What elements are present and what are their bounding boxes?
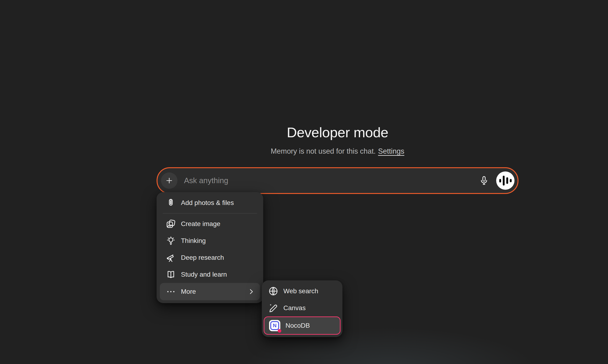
lightbulb-icon	[166, 236, 176, 246]
menu-item-study-and-learn[interactable]: Study and learn	[160, 266, 260, 283]
menu-item-add-photos-files[interactable]: Add photos & files	[160, 195, 260, 211]
dictate-button[interactable]	[477, 174, 491, 188]
telescope-icon	[166, 253, 176, 263]
nocodb-letter: N	[270, 321, 279, 330]
menu-divider	[163, 213, 257, 214]
menu-item-more[interactable]: More	[160, 283, 260, 300]
menu-item-label: Create image	[181, 220, 220, 228]
composer	[157, 167, 518, 194]
voice-wave-bar	[510, 179, 512, 182]
more-submenu: Web search Canvas N NocoDB	[262, 280, 342, 337]
page-title: Developer mode	[157, 125, 518, 140]
voice-wave-bar	[499, 179, 501, 182]
menu-item-label: Deep research	[181, 254, 224, 261]
settings-link[interactable]: Settings	[378, 147, 404, 155]
menu-item-label: More	[181, 288, 196, 295]
submenu-item-nocodb[interactable]: N NocoDB	[264, 316, 340, 335]
image-icon	[166, 219, 176, 229]
nocodb-logo-icon: N	[269, 320, 280, 331]
pencil-sparkle-icon	[268, 303, 278, 313]
nocodb-notification-dot	[278, 329, 281, 333]
microphone-icon	[479, 175, 489, 186]
memory-notice: Memory is not used for this chat.Setting…	[157, 147, 518, 156]
paperclip-icon	[166, 198, 176, 208]
book-open-icon	[166, 270, 176, 279]
voice-wave-bar	[503, 176, 505, 185]
hero-section: Developer mode Memory is not used for th…	[157, 125, 518, 156]
tools-menu: Add photos & files Create image Thinking	[157, 192, 263, 303]
menu-item-label: Study and learn	[181, 271, 227, 278]
memory-notice-text: Memory is not used for this chat.	[271, 147, 376, 155]
chevron-right-icon	[247, 288, 255, 296]
submenu-item-label: Web search	[283, 287, 318, 295]
menu-item-thinking[interactable]: Thinking	[160, 232, 260, 249]
globe-icon	[268, 286, 278, 296]
plus-icon	[165, 176, 174, 185]
submenu-item-label: NocoDB	[285, 322, 310, 329]
submenu-item-canvas[interactable]: Canvas	[264, 299, 340, 316]
submenu-item-label: Canvas	[283, 304, 306, 312]
menu-item-label: Thinking	[181, 237, 206, 245]
ellipsis-icon	[166, 287, 176, 297]
menu-item-label: Add photos & files	[181, 199, 234, 207]
submenu-item-web-search[interactable]: Web search	[264, 283, 340, 299]
menu-item-deep-research[interactable]: Deep research	[160, 249, 260, 266]
voice-mode-button[interactable]	[496, 171, 514, 190]
add-attachment-button[interactable]	[161, 172, 177, 189]
prompt-input[interactable]	[184, 176, 477, 185]
menu-item-create-image[interactable]: Create image	[160, 216, 260, 232]
voice-wave-bar	[506, 177, 508, 184]
